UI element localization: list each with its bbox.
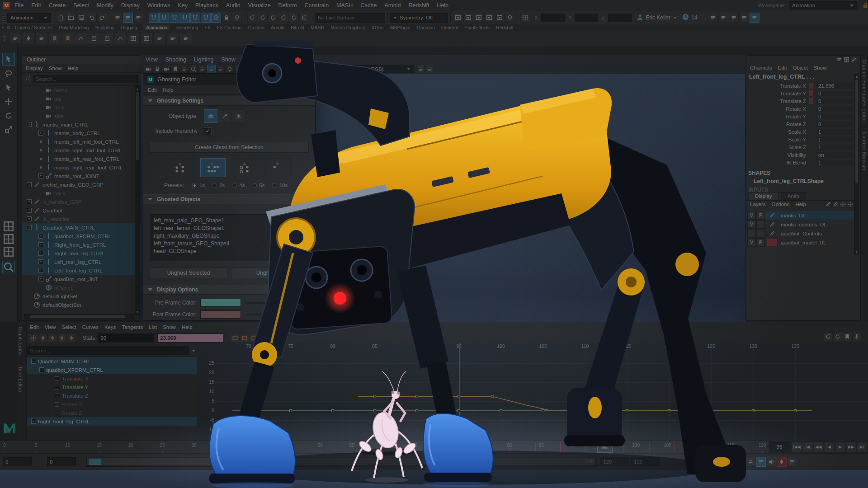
channel-value[interactable]: 0: [816, 91, 855, 96]
main-menu-select[interactable]: Select: [73, 2, 89, 9]
multisample-aa-icon[interactable]: [261, 65, 270, 73]
region-key-tool-icon[interactable]: [67, 333, 76, 343]
outliner-vscrollbar[interactable]: ▲▼: [135, 86, 140, 315]
layer-playback-toggle[interactable]: P: [756, 211, 765, 220]
shelf-scroll-arrows[interactable]: ▲▼: [3, 34, 9, 42]
shelf-tab-motion-graphics[interactable]: Motion Graphics: [330, 25, 365, 30]
preset-10s[interactable]: 10s: [272, 183, 288, 188]
layer-menu-layers[interactable]: Layers: [750, 202, 766, 207]
absolute-relative-icon[interactable]: [520, 13, 530, 23]
ghost-pattern-preset-1[interactable]: [168, 158, 193, 177]
main-menu-edit[interactable]: Edit: [31, 2, 41, 9]
expander-icon[interactable]: +: [38, 251, 43, 256]
display-layer-quadbot-controls[interactable]: quadbot_Controls: [747, 229, 854, 238]
main-menu-audio[interactable]: Audio: [226, 2, 241, 9]
layer-tab-anim[interactable]: Anim: [781, 192, 806, 200]
graph-editor-menu-edit[interactable]: Edit: [30, 324, 39, 330]
new-layer-from-selected-icon[interactable]: [832, 201, 839, 208]
z-coord-input[interactable]: [608, 14, 632, 22]
channel-value[interactable]: 1: [816, 137, 855, 142]
display-options-header[interactable]: Display Options: [143, 285, 315, 295]
letterE-stacked-view-icon[interactable]: E: [269, 333, 278, 343]
cycle-check-icon[interactable]: [289, 13, 299, 23]
preset-2s[interactable]: 2s: [212, 183, 225, 188]
exposure-field[interactable]: [293, 65, 312, 73]
editor-tab-graph-editor[interactable]: Graph Editor: [17, 322, 24, 361]
outliner-item-top[interactable]: top: [22, 94, 141, 103]
screen-space-ao-icon[interactable]: [243, 65, 252, 73]
post-frame-color-slider[interactable]: [246, 314, 310, 315]
letterA-absolute-view-icon[interactable]: A: [259, 333, 268, 343]
channel-value[interactable]: on: [816, 152, 855, 158]
graph-editor-menu-view[interactable]: View: [45, 324, 56, 330]
attribute-editor-icon[interactable]: [739, 13, 749, 23]
select-component-icon[interactable]: [133, 13, 143, 23]
shelf-tab-custom[interactable]: Custom: [248, 25, 264, 30]
timeline-bookmark[interactable]: [89, 459, 101, 465]
keyframe-tick[interactable]: [484, 442, 485, 452]
loop-playback-icon[interactable]: [745, 457, 755, 467]
highlight-selection-icon[interactable]: [232, 13, 242, 23]
channel-value[interactable]: 1: [816, 160, 855, 165]
outliner-item-right-rear-leg-ctrl[interactable]: +Right_rear_leg_CTRL: [22, 249, 141, 258]
ghost-pattern-preset-4[interactable]: [265, 158, 291, 177]
expander-icon[interactable]: +: [38, 174, 43, 178]
outliner-item-left-rear-leg-ctrl[interactable]: +Left_rear_leg_CTRL: [22, 258, 141, 266]
channelbox-menu-channels[interactable]: Channels: [750, 65, 772, 70]
graph-tree-rotate-z[interactable]: Rotate Z: [27, 408, 197, 417]
channel-value[interactable]: 21.696: [816, 83, 855, 89]
anim-preferences-icon[interactable]: [787, 457, 797, 467]
ghost-pattern-preset-2[interactable]: [200, 158, 226, 177]
expander-icon[interactable]: +: [38, 131, 43, 136]
outliner-item-quadbot[interactable]: +Quadbot: [22, 206, 141, 215]
outliner-pane-layout-icon[interactable]: [2, 246, 15, 257]
ghosted-objects-header[interactable]: Ghosted Objects: [143, 194, 315, 204]
current-time-field[interactable]: [769, 442, 789, 451]
motion-trail-icon[interactable]: [75, 32, 87, 45]
move-layer-up-icon[interactable]: [840, 201, 846, 208]
outliner-item-quadbot-main-ctrl[interactable]: -Quadbot_MAIN_CTRL: [22, 223, 141, 232]
outliner-item-ik-handles-grp[interactable]: +ik_handles_GRP: [22, 197, 141, 206]
filter-icon[interactable]: [25, 75, 31, 83]
expander-icon[interactable]: +: [27, 199, 32, 204]
bookmark-list-icon[interactable]: [61, 32, 74, 45]
viewport-menu-show[interactable]: Show: [222, 56, 236, 63]
channel-value[interactable]: 1: [816, 129, 855, 135]
ghost-menu-help[interactable]: Help: [163, 87, 174, 93]
menuset-select[interactable]: Animation: [7, 13, 51, 23]
main-menu-key[interactable]: Key: [178, 2, 188, 9]
shelf-tab-gnomon[interactable]: Gnomon: [417, 25, 435, 30]
anim-evaluation-icon[interactable]: [299, 13, 309, 23]
channel-value[interactable]: 0: [816, 99, 855, 104]
ghosting-settings-header[interactable]: Ghosting Settings: [143, 96, 315, 106]
image-plane-icon[interactable]: [180, 65, 189, 73]
channelbox-menu-show[interactable]: Show: [814, 65, 827, 70]
outliner-item-mantis-left-rear-foot-ctrl[interactable]: mantis_left_rear_foot_CTRL: [22, 155, 141, 163]
shadows-icon[interactable]: [234, 65, 243, 73]
layer-mode-icon[interactable]: [850, 56, 857, 63]
outliner-item-front[interactable]: front: [22, 103, 141, 112]
unghost-all-button[interactable]: Unghost All: [231, 267, 309, 278]
shelf-tab-sculpting[interactable]: Sculpting: [95, 25, 114, 30]
expander-icon[interactable]: +: [38, 242, 43, 247]
outliner-menu-show[interactable]: Show: [49, 66, 62, 71]
fps-select[interactable]: 24 fps: [690, 457, 729, 466]
preset-4s[interactable]: 4s: [232, 183, 245, 188]
main-menu-create[interactable]: Create: [49, 2, 66, 9]
move-tool-icon[interactable]: [3, 96, 14, 108]
animation-end-field[interactable]: [631, 457, 660, 466]
isolate-select-icon[interactable]: [270, 65, 279, 73]
main-menu-help[interactable]: Help: [437, 2, 448, 9]
shelf-tab-poly-modeling[interactable]: Poly Modeling: [59, 25, 89, 30]
pin-curve-icon[interactable]: [852, 332, 861, 341]
bookmark-view-icon[interactable]: [171, 65, 179, 73]
save-scene-icon[interactable]: [76, 13, 86, 23]
lasso-tool-icon[interactable]: [3, 68, 14, 80]
snap-grid-icon[interactable]: [149, 13, 159, 23]
outliner-item-mantis-right-mid-foot-ctrl[interactable]: mantis_right_mid_foot_CTRL: [22, 146, 141, 155]
ghosted-objects-list[interactable]: left_max_palp_GEO_Shape1left_rear_femur_…: [150, 214, 309, 261]
viewport-menu-panels[interactable]: Panels: [274, 56, 292, 63]
layer-playback-toggle[interactable]: [756, 220, 765, 229]
constraint-aim-icon[interactable]: [179, 32, 192, 45]
channel-attribute-translate-z[interactable]: Translate Z0: [746, 97, 860, 105]
